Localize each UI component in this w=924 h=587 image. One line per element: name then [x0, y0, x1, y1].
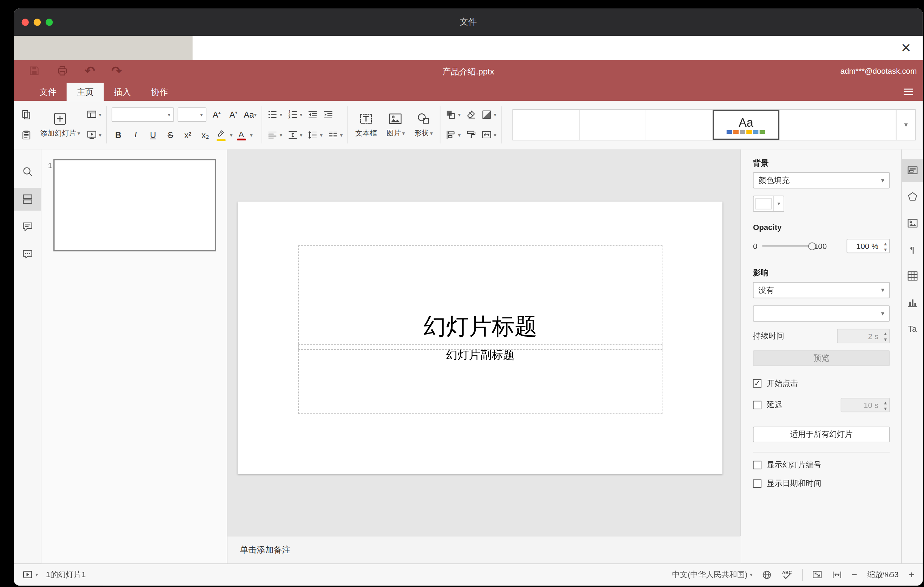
shape-fill-button[interactable]: ▾ — [481, 109, 497, 120]
clear-style-button[interactable] — [465, 109, 477, 120]
delay-checkbox-row[interactable]: 延迟 — [753, 399, 782, 411]
language-selector[interactable]: 中文(中华人民共和国)▾ — [672, 569, 752, 580]
chart-settings-button[interactable] — [902, 291, 923, 314]
save-button[interactable] — [28, 65, 40, 77]
checkbox-unchecked[interactable] — [753, 401, 761, 409]
opacity-slider[interactable] — [762, 246, 813, 246]
checkbox-checked[interactable]: ✓ — [753, 379, 761, 387]
title-placeholder[interactable]: 幻灯片标题 — [298, 246, 662, 350]
spinner-arrows[interactable]: ▴▾ — [884, 400, 887, 411]
zoom-window-button[interactable] — [46, 18, 53, 26]
comments-panel-button[interactable] — [14, 216, 41, 238]
bullets-button[interactable]: ▾ — [267, 109, 282, 120]
paste-button[interactable] — [21, 130, 32, 140]
increase-font-button[interactable]: A▴ — [210, 107, 223, 122]
subscript-button[interactable]: x₂ — [199, 128, 212, 142]
effect-select[interactable]: 没有▾ — [753, 282, 890, 298]
checkbox-unchecked[interactable] — [753, 480, 761, 488]
font-size-combobox[interactable]: ▾ — [178, 107, 206, 122]
strikethrough-button[interactable]: S — [164, 128, 177, 142]
textart-settings-button[interactable]: Ta — [902, 317, 923, 340]
theme-tile[interactable] — [513, 110, 580, 140]
fill-color-dropdown[interactable]: ▾ — [774, 196, 784, 211]
subtitle-placeholder[interactable]: 幻灯片副标题 — [298, 345, 662, 414]
add-slide-button[interactable]: 添加幻灯片▾ — [38, 111, 82, 139]
start-slideshow-button[interactable]: ▾ — [86, 130, 101, 140]
bold-button[interactable]: B — [112, 128, 125, 142]
show-datetime-checkbox-row[interactable]: 显示日期和时间 — [753, 478, 890, 489]
insert-textbox-button[interactable]: 文本框 — [353, 111, 379, 139]
opacity-spinner[interactable]: 100 % ▴▾ — [847, 239, 890, 253]
zoom-in-button[interactable]: + — [909, 570, 914, 580]
superscript-button[interactable]: x² — [181, 128, 195, 142]
start-slideshow-status-button[interactable]: ▾ — [22, 569, 38, 580]
paragraph-settings-button[interactable]: ¶ — [902, 238, 923, 261]
change-layout-button[interactable]: ▾ — [86, 109, 101, 120]
apply-to-all-button[interactable]: 适用于所有幻灯片 — [753, 427, 890, 442]
theme-color-swatch — [747, 130, 752, 134]
show-slide-number-checkbox-row[interactable]: 显示幻灯片编号 — [753, 460, 890, 470]
image-settings-button[interactable] — [902, 212, 923, 234]
preview-button[interactable]: 预览 — [753, 350, 890, 366]
fit-slide-button[interactable] — [812, 569, 823, 580]
delay-spinner[interactable]: 10 s ▴▾ — [840, 398, 889, 412]
change-case-button[interactable]: Aa▾ — [244, 107, 257, 122]
zoom-out-button[interactable]: − — [852, 570, 857, 580]
slides-panel-button[interactable] — [14, 188, 41, 211]
theme-gallery-expand-button[interactable]: ▾ — [896, 110, 915, 140]
table-settings-button[interactable] — [902, 265, 923, 287]
horizontal-align-button[interactable]: ▾ — [267, 130, 282, 140]
slide-settings-button[interactable] — [902, 159, 923, 182]
search-panel-button[interactable] — [14, 160, 41, 183]
undo-button[interactable]: ↶ — [84, 64, 95, 77]
insert-image-button[interactable]: 图片▾ — [384, 111, 407, 139]
redo-button[interactable]: ↷ — [111, 64, 122, 77]
vertical-align-button[interactable]: ▾ — [287, 130, 303, 140]
theme-tile[interactable] — [646, 110, 713, 140]
highlight-color-button[interactable] — [216, 129, 225, 141]
close-preview-button[interactable]: × — [895, 36, 917, 60]
effect-type-select[interactable]: ▾ — [753, 305, 890, 322]
tab-home[interactable]: 主页 — [67, 83, 104, 101]
document-language-button[interactable] — [761, 569, 772, 580]
numbering-button[interactable]: ▾ — [287, 109, 303, 120]
fill-type-select[interactable]: 颜色填充▾ — [753, 172, 890, 188]
view-settings-button[interactable] — [902, 86, 914, 97]
font-name-combobox[interactable]: ▾ — [112, 107, 174, 122]
arrange-shapes-button[interactable]: ▾ — [446, 109, 461, 120]
copy-style-button[interactable] — [465, 130, 477, 140]
align-shapes-button[interactable]: ▾ — [446, 130, 461, 140]
checkbox-unchecked[interactable] — [753, 461, 761, 469]
decrease-indent-button[interactable] — [307, 109, 318, 120]
tab-insert[interactable]: 插入 — [104, 83, 141, 101]
underline-button[interactable]: U — [147, 128, 160, 142]
decrease-font-button[interactable]: A▾ — [227, 107, 240, 122]
fit-width-button[interactable] — [832, 569, 843, 580]
tab-file[interactable]: 文件 — [30, 83, 67, 101]
notes-area[interactable]: 单击添加备注 — [228, 536, 741, 564]
shape-settings-button[interactable] — [902, 185, 923, 208]
minimize-window-button[interactable] — [34, 18, 41, 26]
copy-button[interactable] — [21, 109, 32, 120]
insert-shape-button[interactable]: 形状▾ — [412, 111, 435, 139]
slide-size-button[interactable]: ▾ — [481, 130, 497, 140]
theme-tile[interactable] — [580, 110, 647, 140]
fill-color-picker[interactable]: ▾ — [753, 196, 784, 212]
close-window-button[interactable] — [22, 18, 29, 26]
columns-button[interactable]: ▾ — [328, 130, 343, 140]
font-color-button[interactable]: A — [237, 130, 246, 140]
chat-panel-button[interactable] — [14, 243, 41, 266]
theme-tile-selected[interactable]: Aa — [713, 110, 780, 140]
spellcheck-button[interactable] — [782, 569, 794, 581]
spinner-arrows[interactable]: ▴▾ — [884, 331, 887, 342]
print-button[interactable] — [56, 65, 68, 77]
start-on-click-checkbox-row[interactable]: ✓ 开始点击 — [753, 378, 890, 389]
tab-collaboration[interactable]: 协作 — [141, 83, 178, 101]
spinner-arrows[interactable]: ▴▾ — [884, 241, 887, 252]
theme-tile[interactable] — [780, 110, 897, 140]
line-spacing-button[interactable]: ▾ — [307, 130, 323, 140]
duration-spinner[interactable]: 2 s ▴▾ — [837, 329, 889, 343]
italic-button[interactable]: I — [129, 128, 142, 142]
increase-indent-button[interactable] — [323, 109, 334, 120]
slide-thumbnail[interactable] — [53, 159, 216, 251]
